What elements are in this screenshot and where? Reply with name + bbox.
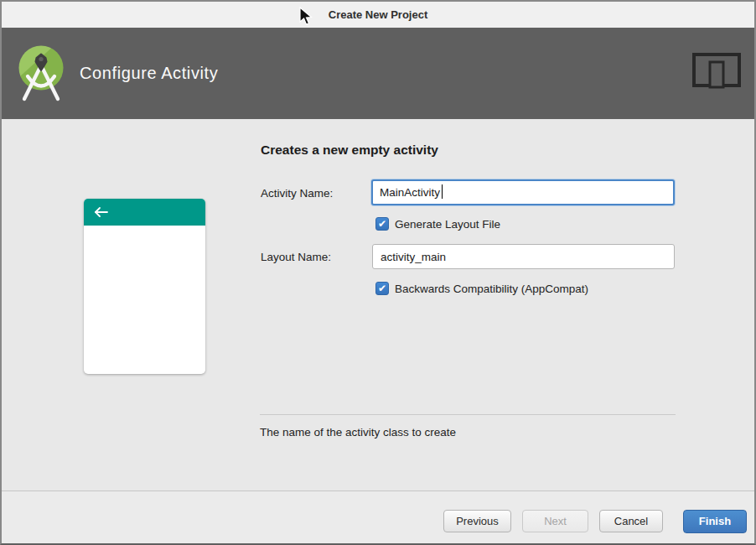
window-title: Create New Project [329, 8, 428, 21]
generate-layout-checkbox[interactable]: ✔ [375, 217, 389, 231]
activity-name-input[interactable] [371, 179, 675, 205]
backwards-compat-checkbox[interactable]: ✔ [375, 282, 389, 295]
back-arrow-icon [94, 207, 108, 217]
form-separator [260, 414, 676, 415]
generate-layout-label: Generate Layout File [395, 218, 500, 231]
tablet-phone-icon [690, 52, 742, 94]
mouse-cursor [299, 7, 313, 27]
preview-appbar [84, 199, 205, 226]
text-caret [442, 184, 443, 199]
title-bar[interactable]: Create New Project [2, 2, 754, 28]
create-new-project-dialog: Create New Project Configure Activity [0, 0, 756, 545]
cancel-button[interactable]: Cancel [599, 510, 663, 532]
backwards-compat-label: Backwards Compatibility (AppCompat) [395, 283, 588, 295]
previous-button[interactable]: Previous [443, 510, 511, 532]
activity-preview-thumbnail [84, 199, 205, 374]
next-button[interactable]: Next [522, 510, 588, 532]
wizard-header: Configure Activity [2, 28, 754, 119]
step-title: Configure Activity [80, 62, 218, 84]
layout-name-input[interactable] [372, 244, 675, 269]
android-studio-logo-icon [18, 44, 69, 119]
check-icon: ✔ [378, 283, 386, 294]
activity-name-label: Activity Name: [261, 187, 333, 200]
check-icon: ✔ [378, 218, 386, 230]
form-heading: Creates a new empty activity [261, 143, 438, 158]
finish-button[interactable]: Finish [683, 510, 747, 533]
helper-text: The name of the activity class to create [260, 426, 456, 439]
layout-name-label: Layout Name: [261, 251, 331, 263]
